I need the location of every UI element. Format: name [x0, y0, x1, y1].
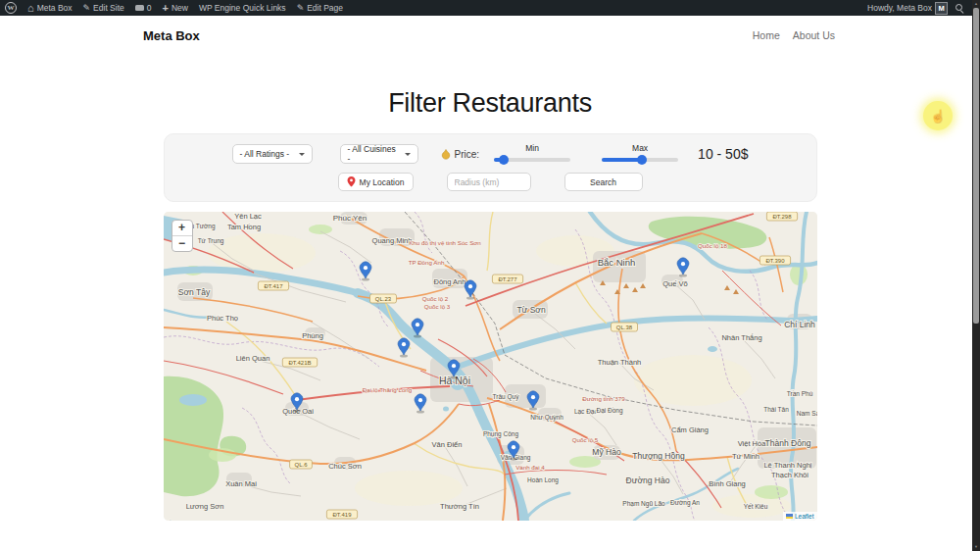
town-label: Thuận Thành: [597, 358, 640, 367]
town-label: Phụng Công: [482, 430, 518, 438]
wp-admin-bar: W ⌂ Meta Box ✎ Edit Site 0 + New WP Engi…: [0, 0, 980, 16]
field-area: [208, 233, 316, 273]
cuisines-select[interactable]: - All Cuisines -: [340, 144, 418, 164]
chevron-down-icon: [405, 153, 411, 156]
town-label: Thái Tân: [763, 406, 789, 413]
town-label: Sơn Tây: [177, 287, 210, 297]
admin-site-name-label: Meta Box: [37, 3, 73, 13]
ukraine-flag-icon: [786, 514, 793, 519]
water-label: Sông Hồng: [164, 519, 180, 521]
location-pin-icon: [347, 176, 356, 187]
marker-dot: [451, 364, 455, 368]
route-label: Quốc lộ 2: [421, 295, 448, 302]
town-label: Phùng: [302, 331, 323, 340]
town-label: Trâu Quỳ: [492, 393, 519, 401]
ratings-select[interactable]: - All Ratings -: [232, 144, 313, 164]
map-zoom-control: + −: [172, 220, 193, 252]
town-label: Hoàn Long: [527, 476, 559, 484]
ratings-select-value: - All Ratings -: [240, 149, 290, 159]
leaflet-link[interactable]: Leaflet: [795, 513, 814, 520]
town-label: Lê Thanh Nghị: [763, 461, 811, 470]
town-label: Nam Sách: [796, 410, 816, 417]
road-shield-label: ĐT.419: [332, 512, 352, 518]
max-slider-thumb[interactable]: [637, 155, 647, 165]
scrollbar-up-arrow[interactable]: ▲: [972, 1, 980, 7]
edit-page-item[interactable]: ✎ Edit Page: [297, 3, 343, 13]
town-label: Chúc Sơn: [328, 462, 362, 471]
wp-logo-menu[interactable]: W: [5, 2, 17, 14]
town-label: Thành Đông: [764, 438, 810, 448]
search-button[interactable]: Search: [564, 173, 643, 191]
main-nav: Home About Us: [753, 29, 835, 41]
my-location-label: My Location: [360, 177, 405, 187]
nav-link-home[interactable]: Home: [753, 29, 780, 41]
town-label: Lạc Đạo: [573, 408, 598, 415]
town-label: Chí Linh: [784, 320, 815, 329]
town-label: Lương Sơn: [185, 502, 223, 511]
scrollbar-down-arrow[interactable]: ▼: [972, 544, 980, 550]
field-area: [355, 471, 463, 506]
min-slider-thumb[interactable]: [499, 155, 509, 165]
min-price-slider[interactable]: [494, 155, 570, 165]
lake: [179, 394, 207, 406]
green-area: [755, 485, 788, 499]
min-slider-label: Min: [525, 143, 539, 153]
max-slider-label: Max: [632, 143, 648, 153]
filter-card: - All Ratings - - All Cuisines - Price: …: [164, 133, 817, 202]
town-label: Trần Phú: [786, 389, 812, 397]
town-label: Bắc Ninh: [597, 257, 635, 268]
road-shield-label: QL.6: [294, 462, 308, 468]
route-label: TP Đông Anh: [408, 259, 444, 266]
max-price-slider[interactable]: [602, 155, 678, 165]
comments-count: 0: [147, 3, 152, 13]
page-title: Filter Restaurants: [0, 88, 980, 119]
wp-engine-quick-links[interactable]: WP Engine Quick Links: [199, 3, 286, 13]
town-label: Tứ Trung: [197, 237, 223, 245]
scrollbar-thumb[interactable]: [973, 8, 979, 324]
town-label: Xuân Mai: [225, 479, 257, 488]
site-title[interactable]: Meta Box: [143, 28, 200, 43]
admin-site-name[interactable]: ⌂ Meta Box: [27, 3, 73, 13]
road-shield-label: ĐT.298: [772, 214, 792, 220]
town-label: Tứ Minh: [732, 452, 760, 461]
route-label: Đường tỉnh 379: [582, 395, 625, 402]
leaflet-map[interactable]: Sông HồngSông ĐuốngĐT.417QL.23ĐT.277ĐT.3…: [164, 212, 817, 521]
edit-site-item[interactable]: ✎ Edit Site: [83, 3, 124, 13]
comment-bubble-icon: [135, 5, 144, 11]
town-label: Bình Giang: [709, 479, 746, 488]
howdy-account-item[interactable]: Howdy, Meta Box M: [867, 2, 948, 15]
comments-item[interactable]: 0: [135, 3, 152, 13]
zoom-out-button[interactable]: −: [172, 235, 192, 251]
radius-input[interactable]: [447, 173, 531, 191]
route-label: Quốc lộ 18: [698, 242, 727, 249]
price-range-value: 10 - 50$: [698, 146, 748, 162]
avatar: M: [935, 2, 948, 15]
town-label: Yết Kiêu: [743, 502, 767, 510]
wordpress-logo-icon: W: [5, 2, 17, 14]
road-shield-label: QL.38: [615, 325, 632, 330]
howdy-label: Howdy, Meta Box: [867, 3, 932, 13]
road-shield-label: ĐT.417: [264, 283, 283, 289]
zoom-in-button[interactable]: +: [172, 221, 192, 235]
new-content-item[interactable]: + New: [163, 3, 188, 13]
hand-cursor-icon: ☝: [930, 109, 946, 124]
route-label: Vành đai 4: [515, 464, 545, 471]
price-label: Price:: [455, 149, 480, 160]
my-location-button[interactable]: My Location: [338, 173, 414, 191]
town-label: Thạch Khôi: [771, 471, 808, 479]
money-bag-icon: [441, 149, 451, 160]
chevron-down-icon: [299, 153, 305, 156]
lake: [443, 407, 449, 412]
marker-dot: [401, 342, 405, 346]
page-scrollbar[interactable]: ▲ ▼: [972, 0, 980, 551]
brush-icon: ✎: [83, 4, 91, 13]
cursor-highlight: ☝: [923, 101, 953, 130]
town-label: Liên Quan: [235, 354, 270, 363]
town-label: Quang Minh: [371, 236, 412, 245]
search-icon[interactable]: [955, 3, 964, 13]
town-label: Nhân Thắng: [721, 333, 761, 342]
nav-link-about[interactable]: About Us: [793, 29, 835, 41]
marker-dot: [417, 398, 421, 402]
map-attribution: Leaflet: [783, 512, 817, 521]
cuisines-select-value: - All Cuisines -: [348, 144, 398, 164]
